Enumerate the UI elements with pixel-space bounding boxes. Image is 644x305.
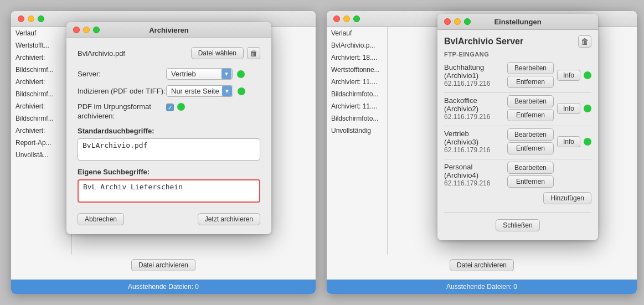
index-select[interactable]: Nur erste Seite Alle Seiten bbox=[166, 85, 233, 97]
einstellungen-title: Einstellungen bbox=[494, 18, 541, 26]
server-header-row: BvlArchivio Server 🗑 bbox=[437, 30, 598, 51]
archivieren-dialog: Archivieren BvlArchivio.pdf Datei wählen… bbox=[66, 22, 271, 234]
sidebar-item-9[interactable]: Report-Ap... bbox=[11, 137, 71, 149]
tl-close-ein[interactable] bbox=[444, 18, 451, 25]
sep-2 bbox=[444, 159, 591, 159]
jetzt-archivieren-button[interactable]: Jetzt archivieren bbox=[198, 213, 260, 225]
right-sidebar-item-4[interactable]: Archiviert: 11.... bbox=[327, 76, 387, 88]
trash-symbol: 🗑 bbox=[250, 49, 257, 58]
server-label: Server: bbox=[78, 70, 166, 78]
pdf-label: PDF im Urpungsformat archivieren: bbox=[78, 102, 166, 121]
dot-0 bbox=[584, 71, 591, 79]
left-archive-button[interactable]: Datei archivieren bbox=[131, 259, 195, 271]
sidebar-item-verlauf[interactable]: Verlauf bbox=[11, 27, 71, 39]
sidebar-item-8[interactable]: Archiviert: bbox=[11, 125, 71, 137]
right-sidebar-item-0[interactable]: Verlauf bbox=[327, 27, 387, 39]
right-status-bar: Ausstehende Dateien: 0 bbox=[327, 280, 637, 294]
tl-min-ein[interactable] bbox=[454, 18, 461, 25]
info-1[interactable]: Info bbox=[557, 103, 580, 114]
right-sidebar-item-2[interactable]: Archiviert: 18.... bbox=[327, 51, 387, 64]
tl-max-right[interactable] bbox=[353, 15, 360, 22]
entfernen-0[interactable]: Entfernen bbox=[507, 76, 554, 88]
einstellungen-titlebar: Einstellungen bbox=[437, 14, 598, 30]
trash-icon[interactable]: 🗑 bbox=[247, 47, 260, 59]
sep-final bbox=[444, 212, 591, 213]
sidebar-item-1[interactable]: Wertstofft... bbox=[11, 39, 71, 51]
own-search-section: Eigene Suchbegriffe: BvL Archiv Liefersc… bbox=[78, 168, 260, 204]
left-sidebar: Verlauf Wertstofft... Archiviert: Bildsc… bbox=[11, 27, 72, 255]
tl-min-right[interactable] bbox=[343, 15, 350, 22]
bearbeiten-3[interactable]: Bearbeiten bbox=[507, 162, 554, 174]
left-archive-btn-row: Datei archivieren bbox=[11, 255, 316, 276]
sep-1 bbox=[444, 126, 591, 126]
einstellungen-trash-icon[interactable]: 🗑 bbox=[578, 35, 591, 48]
schliessen-row: Schließen bbox=[437, 215, 598, 238]
server-row: Server: Vertrieb Buchhaltung Backoffice … bbox=[78, 68, 260, 80]
info-2[interactable]: Info bbox=[557, 136, 580, 147]
bearbeiten-2[interactable]: Bearbeiten bbox=[507, 128, 554, 141]
server-row-3: Personal (Archivio4) 62.116.179.216 Bear… bbox=[437, 162, 598, 188]
dot-2 bbox=[584, 138, 591, 146]
bearbeiten-1[interactable]: Bearbeiten bbox=[507, 95, 554, 107]
sidebar-item-2[interactable]: Archiviert: bbox=[11, 51, 71, 64]
entfernen-1[interactable]: Entfernen bbox=[507, 109, 554, 121]
schliessen-button[interactable]: Schließen bbox=[496, 219, 539, 231]
right-sidebar-item-7[interactable]: Bildschirmfoto... bbox=[327, 112, 387, 125]
right-archive-btn-row: Datei archivieren bbox=[327, 255, 637, 276]
right-sidebar-item-6[interactable]: Archiviert: 11.... bbox=[327, 100, 387, 112]
file-name: BvlArchivio.pdf bbox=[78, 49, 125, 58]
server-name-0: Buchhaltung (Archivio1) bbox=[444, 63, 503, 80]
index-green-dot bbox=[238, 87, 245, 95]
tl-close-arch[interactable] bbox=[73, 27, 80, 33]
tl-max-left[interactable] bbox=[38, 15, 44, 22]
tl-min-left[interactable] bbox=[28, 15, 34, 22]
server-green-dot bbox=[237, 70, 245, 78]
right-sidebar: Verlauf BvlArchivio.p... Archiviert: 18.… bbox=[327, 27, 388, 255]
std-search-input[interactable]: BvLArchivio.pdf bbox=[78, 138, 260, 161]
index-select-wrapper: Nur erste Seite Alle Seiten ▼ bbox=[166, 85, 233, 97]
sidebar-item-6[interactable]: Archiviert: bbox=[11, 100, 71, 112]
sidebar-item-7[interactable]: Bildschirmf... bbox=[11, 112, 71, 125]
server-info-0: Buchhaltung (Archivio1) 62.116.179.216 bbox=[444, 63, 503, 87]
file-choose-button[interactable]: Datei wählen bbox=[191, 47, 244, 59]
sidebar-item-3[interactable]: Bildschirmf... bbox=[11, 64, 71, 76]
server-actions-3: Bearbeiten Entfernen bbox=[507, 162, 554, 188]
archivieren-titlebar: Archivieren bbox=[66, 22, 271, 38]
einstellungen-dialog: Einstellungen BvlArchivio Server 🗑 FTP-E… bbox=[437, 14, 598, 240]
server-select-wrapper: Vertrieb Buchhaltung Backoffice Personal… bbox=[166, 68, 233, 80]
right-archive-button[interactable]: Datei archivieren bbox=[450, 259, 514, 271]
server-ip-1: 62.116.179.216 bbox=[444, 113, 503, 121]
info-0[interactable]: Info bbox=[557, 70, 580, 81]
own-search-input[interactable]: BvL Archiv Lieferschein bbox=[78, 179, 260, 203]
server-ip-2: 62.116.179.216 bbox=[444, 146, 503, 154]
archivieren-title: Archivieren bbox=[149, 26, 189, 34]
server-ip-3: 62.116.179.216 bbox=[444, 179, 503, 187]
cancel-button[interactable]: Abbrechen bbox=[78, 213, 124, 225]
hinzufugen-button[interactable]: Hinzufügen bbox=[543, 192, 591, 204]
server-info-2: Vertrieb (Archivio3) 62.116.179.216 bbox=[444, 130, 503, 154]
tl-max-ein[interactable] bbox=[464, 18, 471, 25]
pdf-checkbox[interactable]: ✓ bbox=[166, 104, 174, 111]
right-sidebar-item-3[interactable]: Wertstofftonne... bbox=[327, 64, 387, 76]
entfernen-3[interactable]: Entfernen bbox=[507, 175, 554, 188]
own-search-label: Eigene Suchbegriffe: bbox=[78, 168, 260, 176]
std-search-label: Standardsuchbegriffe: bbox=[78, 127, 260, 135]
entfernen-2[interactable]: Entfernen bbox=[507, 142, 554, 154]
server-select[interactable]: Vertrieb Buchhaltung Backoffice Personal bbox=[166, 68, 233, 80]
sidebar-item-10[interactable]: Unvollstä... bbox=[11, 149, 71, 161]
tl-close-right[interactable] bbox=[333, 15, 340, 22]
pdf-green-dot bbox=[177, 103, 185, 111]
sidebar-item-5[interactable]: Bildschirmf... bbox=[11, 88, 71, 100]
right-sidebar-item-1[interactable]: BvlArchivio.p... bbox=[327, 39, 387, 51]
server-name-1: Backoffice (Archivio2) bbox=[444, 96, 503, 113]
tl-close-left[interactable] bbox=[18, 15, 24, 22]
right-sidebar-item-5[interactable]: Bildschirmfoto... bbox=[327, 88, 387, 100]
right-sidebar-item-8[interactable]: Unvollständig bbox=[327, 125, 387, 137]
sidebar-item-4[interactable]: Archiviert: bbox=[11, 76, 71, 88]
bearbeiten-0[interactable]: Bearbeiten bbox=[507, 62, 554, 74]
index-row: Indizieren (PDF oder TIFF): Nur erste Se… bbox=[78, 85, 260, 97]
server-main-title: BvlArchivio Server bbox=[444, 37, 523, 46]
tl-max-arch[interactable] bbox=[93, 27, 100, 33]
tl-min-arch[interactable] bbox=[83, 27, 90, 33]
einstellungen-content: BvlArchivio Server 🗑 FTP-EINGANG Buchhal… bbox=[437, 30, 598, 240]
